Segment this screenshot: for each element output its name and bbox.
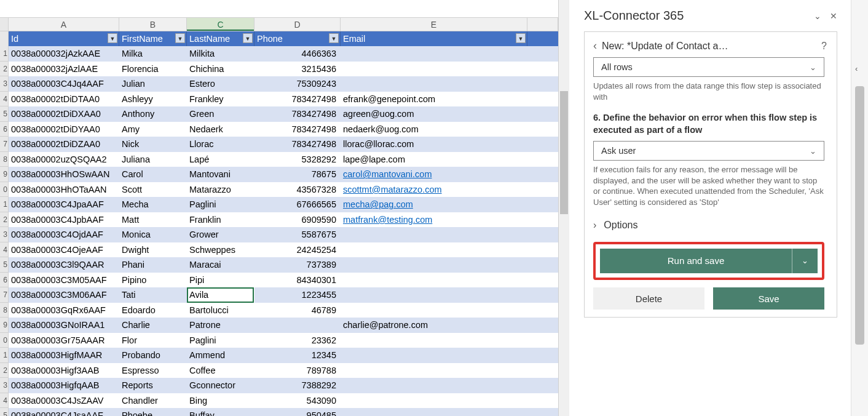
cell[interactable]: Pipi: [187, 273, 254, 288]
cell[interactable]: 0038a00002tDiDYAA0: [9, 122, 119, 137]
cell[interactable]: Espresso: [119, 363, 187, 378]
table-row[interactable]: 50038a00003C4JsaAAFPhoebeBuffay950485: [0, 408, 558, 416]
cell[interactable]: llorac@llorac.com: [341, 137, 527, 152]
filter-icon[interactable]: [516, 33, 526, 43]
cell[interactable]: [341, 333, 527, 348]
cell[interactable]: 0038a00002tDiDTAA0: [9, 92, 119, 107]
cell[interactable]: 0038a00003GqRx6AAF: [9, 303, 119, 318]
cell[interactable]: Mantovani: [187, 167, 254, 182]
table-row[interactable]: 40038a00003C4JsZAAVChandlerBing543090: [0, 393, 558, 409]
cell[interactable]: 543090: [254, 393, 341, 409]
row-header[interactable]: 4: [0, 92, 9, 107]
cell[interactable]: 84340301: [254, 273, 341, 288]
row-header[interactable]: 5: [0, 257, 9, 273]
table-row[interactable]: 20038a00003C4JpbAAFMattFranklin6909590ma…: [0, 212, 558, 228]
cell[interactable]: 737389: [254, 257, 341, 273]
delete-button[interactable]: Delete: [593, 287, 704, 310]
cell[interactable]: [341, 62, 527, 77]
cell[interactable]: 12345: [254, 348, 341, 363]
column-header-D[interactable]: D: [254, 18, 341, 31]
column-header-B[interactable]: B: [119, 18, 187, 31]
cell[interactable]: Nedaerk: [187, 122, 254, 137]
cell[interactable]: 43567328: [254, 182, 341, 198]
cell[interactable]: 0038a00003C4JsZAAV: [9, 393, 119, 409]
row-header[interactable]: 6: [0, 122, 9, 137]
row-header[interactable]: 9: [0, 318, 9, 333]
cell[interactable]: [341, 76, 527, 92]
cell[interactable]: Estero: [187, 76, 254, 92]
rows-select[interactable]: All rows ⌄: [593, 57, 824, 77]
spreadsheet-vertical-scrollbar[interactable]: [558, 0, 569, 416]
cell[interactable]: 0038a00003HhOTaAAN: [9, 182, 119, 198]
row-header[interactable]: 2: [0, 212, 9, 228]
row-header[interactable]: 1: [0, 197, 9, 212]
cell[interactable]: 0038a00003C4JpbAAF: [9, 212, 119, 228]
cell[interactable]: mecha@pag.com: [341, 197, 527, 212]
run-and-save-dropdown[interactable]: ⌄: [792, 249, 818, 273]
cell[interactable]: 23362: [254, 333, 341, 348]
cell[interactable]: efrank@genepoint.com: [341, 92, 527, 107]
table-row[interactable]: 40038a00003C4OjeAAFDwightSchweppes242452…: [0, 242, 558, 258]
table-row[interactable]: 20038a00003Higf3AABEspressoCoffee789788: [0, 363, 558, 378]
cell[interactable]: Charlie: [119, 318, 187, 333]
row-header[interactable]: 8: [0, 303, 9, 318]
cell[interactable]: 5587675: [254, 227, 341, 242]
cell[interactable]: 0038a00003Gr75AAAR: [9, 333, 119, 348]
cell[interactable]: 0038a00003C4Jq4AAF: [9, 76, 119, 92]
cell[interactable]: 0038a00002tDiDXAA0: [9, 106, 119, 122]
cell[interactable]: 4466363: [254, 46, 341, 62]
cell[interactable]: [341, 378, 527, 393]
save-button[interactable]: Save: [713, 287, 824, 310]
row-header[interactable]: 2: [0, 363, 9, 378]
row-header[interactable]: 4: [0, 242, 9, 258]
cell[interactable]: scottmt@matarazzo.com: [341, 182, 527, 198]
cell[interactable]: 0038a00003HigfqAAB: [9, 378, 119, 393]
cell[interactable]: Florencia: [119, 62, 187, 77]
cell[interactable]: [341, 303, 527, 318]
cell[interactable]: 783427498: [254, 122, 341, 137]
cell[interactable]: Paglini: [187, 333, 254, 348]
cell[interactable]: Anthony: [119, 106, 187, 122]
table-row[interactable]: 10038a00003C4JpaAAFMechaPaglini67666565m…: [0, 197, 558, 212]
cell[interactable]: 0038a00003C4OjdAAF: [9, 227, 119, 242]
cell[interactable]: 0038a000032jAzlAAE: [9, 62, 119, 77]
row-header[interactable]: 5: [0, 106, 9, 122]
cell[interactable]: 5328292: [254, 152, 341, 167]
cell[interactable]: Carol: [119, 167, 187, 182]
cell[interactable]: [341, 242, 527, 258]
cell[interactable]: 0038a00003C4OjeAAF: [9, 242, 119, 258]
cell[interactable]: 7388292: [254, 378, 341, 393]
cell[interactable]: [341, 348, 527, 363]
cell[interactable]: Maracai: [187, 257, 254, 273]
select-all-corner[interactable]: [0, 18, 9, 31]
cell[interactable]: Monica: [119, 227, 187, 242]
cell[interactable]: 783427498: [254, 106, 341, 122]
cell[interactable]: Reports: [119, 378, 187, 393]
row-header[interactable]: 8: [0, 152, 9, 167]
cell[interactable]: Green: [187, 106, 254, 122]
cell[interactable]: Milka: [119, 46, 187, 62]
cell[interactable]: carol@mantovani.com: [341, 167, 527, 182]
row-header[interactable]: 3: [0, 76, 9, 92]
cell[interactable]: 3215436: [254, 62, 341, 77]
row-header[interactable]: 7: [0, 137, 9, 152]
cell[interactable]: 0038a00003GNoIRAA1: [9, 318, 119, 333]
cell[interactable]: Buffay: [187, 408, 254, 416]
row-header[interactable]: 4: [0, 393, 9, 409]
cell[interactable]: [341, 287, 527, 303]
table-row[interactable]: 00038a00003HhOTaAANScottMatarazzo4356732…: [0, 182, 558, 198]
cell[interactable]: Paglini: [187, 197, 254, 212]
cell[interactable]: 0038a00002tDiDZAA0: [9, 137, 119, 152]
cell[interactable]: Chandler: [119, 393, 187, 409]
cell[interactable]: Llorac: [187, 137, 254, 152]
table-row[interactable]: 80038a00002uzQSQAA2JulianaLapé5328292lap…: [0, 152, 558, 167]
cell[interactable]: Patrone: [187, 318, 254, 333]
table-row[interactable]: 20038a000032jAzlAAEFlorenciaChichina3215…: [0, 62, 558, 77]
table-row[interactable]: 60038a00002tDiDYAA0AmyNedaerk783427498ne…: [0, 122, 558, 137]
table-row[interactable]: 10038a000032jAzkAAEMilkaMilkita4466363: [0, 46, 558, 62]
cell[interactable]: 0038a00003HhOSwAAN: [9, 167, 119, 182]
row-header[interactable]: 6: [0, 273, 9, 288]
row-header[interactable]: 2: [0, 62, 9, 77]
cell[interactable]: Lapé: [187, 152, 254, 167]
cell[interactable]: [254, 318, 341, 333]
